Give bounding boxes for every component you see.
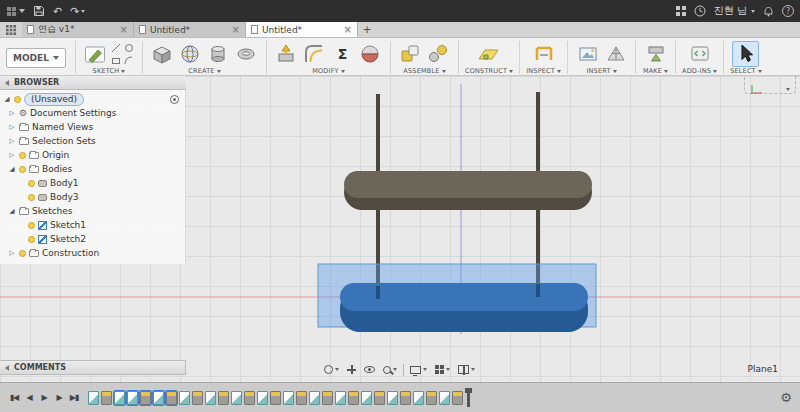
help-button[interactable]: ? (782, 2, 794, 20)
fillet-button[interactable] (301, 41, 328, 67)
create-form-button[interactable] (177, 41, 204, 67)
timeline-feature-extrude[interactable] (452, 391, 463, 405)
create-sketch-button[interactable] (82, 41, 109, 67)
collapse-panel-icon[interactable] (5, 80, 9, 86)
timeline-feature-extrude[interactable] (244, 391, 255, 405)
visibility-bulb-icon[interactable] (19, 166, 26, 173)
timeline-feature-sketch[interactable] (387, 391, 398, 405)
expand-icon[interactable]: ◢ (8, 165, 16, 173)
browser-row-construction[interactable]: ▷ Construction (0, 246, 185, 260)
browser-row-bodies[interactable]: ◢ Bodies (0, 162, 185, 176)
timeline-feature-sketch[interactable] (127, 391, 138, 405)
expand-icon[interactable]: ◢ (8, 207, 16, 215)
group-dropdown-assemble[interactable]: ASSEMBLE (403, 67, 445, 75)
sketch-arc-button[interactable] (123, 54, 136, 67)
group-dropdown-addins[interactable]: ADD-INS (682, 67, 717, 75)
attached-canvas-button[interactable] (574, 41, 601, 67)
timeline-feature-extrude[interactable] (426, 391, 437, 405)
timeline-feature-sketch[interactable] (153, 391, 164, 405)
visibility-bulb-icon[interactable] (19, 250, 26, 257)
timeline-feature-extrude[interactable] (140, 391, 151, 405)
timeline-feature-extrude[interactable] (374, 391, 385, 405)
timeline-feature-sketch[interactable] (114, 391, 125, 405)
expand-icon[interactable]: ▷ (8, 137, 16, 145)
timeline-feature-sketch[interactable] (205, 391, 216, 405)
joint-button[interactable] (425, 41, 452, 67)
close-tab-button[interactable]: × (120, 25, 128, 35)
undo-button[interactable]: ↶ (53, 2, 62, 20)
viewports-button[interactable] (456, 362, 477, 377)
expand-icon[interactable]: ▷ (8, 123, 16, 131)
expand-icon[interactable]: ◢ (3, 95, 11, 103)
browser-row-body3[interactable]: Body3 (0, 190, 185, 204)
data-panel-toggle[interactable] (0, 22, 22, 37)
document-tab-active[interactable]: Untitled* × (246, 22, 358, 37)
group-dropdown-create[interactable]: CREATE (188, 67, 220, 75)
apps-button[interactable] (676, 2, 686, 20)
close-tab-button[interactable]: × (344, 25, 352, 35)
timeline-feature-sketch[interactable] (361, 391, 372, 405)
timeline-feature-sketch[interactable] (309, 391, 320, 405)
browser-row-named-views[interactable]: ▷ Named Views (0, 120, 185, 134)
timeline-feature-sketch[interactable] (335, 391, 346, 405)
visibility-bulb-icon[interactable] (28, 236, 35, 243)
construction-plane-button[interactable] (476, 41, 503, 67)
timeline-go-to-begin-button[interactable]: ▮◀ (8, 393, 20, 402)
press-pull-button[interactable] (273, 41, 300, 67)
group-dropdown-make[interactable]: MAKE (643, 67, 668, 75)
notifications-button[interactable] (763, 2, 774, 20)
timeline-feature-extrude[interactable] (192, 391, 203, 405)
expand-icon[interactable]: ▷ (8, 109, 16, 117)
orbit-button[interactable] (322, 362, 341, 377)
browser-row-sketch1[interactable]: Sketch1 (0, 218, 185, 232)
sketch-rectangle-button[interactable] (110, 54, 123, 67)
timeline-feature-extrude[interactable] (322, 391, 333, 405)
visibility-bulb-icon[interactable] (14, 96, 21, 103)
browser-row-origin[interactable]: ▷ Origin (0, 148, 185, 162)
group-dropdown-sketch[interactable]: SKETCH (93, 67, 126, 75)
look-at-button[interactable] (362, 362, 377, 377)
new-component-button[interactable] (397, 41, 424, 67)
grid-settings-button[interactable] (433, 362, 452, 377)
viewport-3d[interactable]: BROWSER ◢ (Unsaved) ▷ ⚙ Document Setting… (0, 76, 800, 382)
timeline-step-back-button[interactable]: ◀ (23, 393, 35, 402)
select-tool-button[interactable] (732, 41, 759, 67)
browser-row-selection-sets[interactable]: ▷ Selection Sets (0, 134, 185, 148)
timeline-feature-sketch[interactable] (179, 391, 190, 405)
visibility-bulb-icon[interactable] (28, 222, 35, 229)
app-menu-button[interactable] (6, 2, 25, 20)
comments-panel-header[interactable]: COMMENTS (0, 360, 186, 375)
timeline-feature-extrude[interactable] (400, 391, 411, 405)
collapse-panel-icon[interactable] (5, 365, 9, 371)
recent-activity-button[interactable] (694, 2, 706, 20)
viewcube-menu-button[interactable] (786, 88, 790, 91)
workspace-selector[interactable]: MODEL (6, 48, 66, 68)
timeline-feature-sketch[interactable] (257, 391, 268, 405)
make-3d-print-button[interactable] (642, 41, 669, 67)
redo-button[interactable]: ↷ (70, 2, 85, 20)
browser-row-document-settings[interactable]: ▷ ⚙ Document Settings (0, 106, 185, 120)
new-document-tab-button[interactable]: + (358, 22, 376, 37)
timeline-go-to-end-button[interactable]: ▶▮ (68, 393, 80, 402)
close-tab-button[interactable]: × (232, 25, 240, 35)
zoom-button[interactable] (381, 362, 399, 377)
browser-row-sketches[interactable]: ◢ Sketches (0, 204, 185, 218)
timeline-feature-extrude[interactable] (166, 391, 177, 405)
document-tab[interactable]: Untitled* × (134, 22, 246, 37)
timeline-settings-button[interactable]: ⚙ (780, 391, 792, 404)
group-dropdown-insert[interactable]: INSERT (586, 67, 616, 75)
measure-button[interactable] (530, 41, 557, 67)
group-dropdown-select[interactable]: SELECT (730, 67, 762, 75)
scripts-addins-button[interactable] (686, 41, 713, 67)
timeline-feature-extrude[interactable] (348, 391, 359, 405)
group-dropdown-construct[interactable]: CONSTRUCT (465, 67, 513, 75)
body1-plate-top[interactable] (344, 171, 592, 198)
browser-row-root[interactable]: ◢ (Unsaved) (0, 92, 185, 106)
timeline-feature-extrude[interactable] (101, 391, 112, 405)
timeline-feature-sketch[interactable] (283, 391, 294, 405)
timeline-play-button[interactable]: ▶ (38, 393, 50, 402)
create-cylinder-button[interactable] (205, 41, 232, 67)
user-menu-button[interactable]: 진현 님 (714, 4, 755, 18)
pan-button[interactable] (345, 362, 358, 377)
browser-row-body1[interactable]: Body1 (0, 176, 185, 190)
